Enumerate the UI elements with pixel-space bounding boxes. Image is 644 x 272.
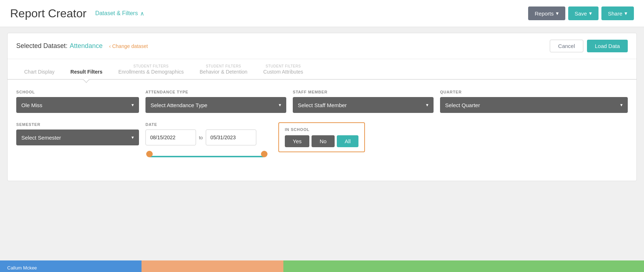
in-school-no-button[interactable]: No (312, 135, 334, 147)
save-button[interactable]: Save ▾ (568, 6, 599, 20)
date-from-input[interactable] (145, 130, 196, 145)
bottom-bar (0, 260, 644, 272)
in-school-buttons: Yes No All (285, 135, 358, 147)
in-school-filter-group: IN SCHOOL Yes No All (278, 122, 365, 152)
tab-behavior[interactable]: STUDENT FILTERS Behavior & Detention (192, 59, 255, 79)
date-range-inputs: to (145, 130, 268, 145)
date-filter-group: DATE to (145, 122, 268, 160)
semester-filter-group: SEMESTER Select Semester (16, 122, 139, 145)
header-actions: Reports ▾ Save ▾ Share ▾ (528, 6, 634, 20)
attendance-type-select[interactable]: Select Attendance Type (145, 97, 286, 113)
school-filter-group: SCHOOL Ole Miss (16, 90, 139, 113)
tab-custom-label: Custom Attributes (263, 69, 303, 75)
quarter-filter-group: QUARTER Select Quarter (440, 90, 628, 113)
tab-result-filters[interactable]: Result Filters (62, 64, 110, 79)
slider-thumb-left[interactable] (146, 151, 153, 157)
slider-track-container (146, 153, 267, 160)
date-to-separator: to (199, 135, 203, 140)
dataset-filters-link[interactable]: Dataset & Filters ∧ (95, 10, 144, 17)
tab-enrollments[interactable]: STUDENT FILTERS Enrollments & Demographi… (110, 59, 192, 79)
date-to-input[interactable] (206, 130, 256, 145)
load-data-button[interactable]: Load Data (587, 40, 628, 52)
school-label: SCHOOL (16, 90, 139, 94)
dataset-filters-label: Dataset & Filters (95, 10, 138, 17)
tab-enrollments-label: Enrollments & Demographics (118, 69, 184, 75)
attendance-type-label: ATTENDANCE TYPE (145, 90, 286, 94)
school-select[interactable]: Ole Miss (16, 97, 139, 113)
chevron-down-icon: ▾ (625, 10, 627, 17)
semester-label: SEMESTER (16, 122, 139, 127)
selected-dataset-prefix: Selected Dataset: (16, 42, 68, 50)
chevron-down-icon: ▾ (556, 10, 559, 17)
school-select-wrapper[interactable]: Ole Miss (16, 97, 139, 113)
quarter-label: QUARTER (440, 90, 628, 94)
staff-member-select[interactable]: Select Staff Member (293, 97, 434, 113)
tab-enrollments-sub: STUDENT FILTERS (118, 64, 184, 68)
user-label: Callum Mckee (7, 265, 37, 271)
filters-body: SCHOOL Ole Miss ATTENDANCE TYPE Select A… (8, 80, 636, 181)
chevron-up-icon: ∧ (140, 10, 144, 17)
staff-member-select-wrapper[interactable]: Select Staff Member (293, 97, 434, 113)
tab-chart-display[interactable]: Chart Display (16, 64, 62, 79)
in-school-all-button[interactable]: All (337, 135, 359, 147)
semester-select[interactable]: Select Semester (16, 130, 139, 145)
slider-thumb-right[interactable] (261, 151, 267, 157)
date-label: DATE (145, 122, 268, 127)
staff-member-label: STAFF MEMBER (293, 90, 434, 94)
tabs-bar: Chart Display Result Filters STUDENT FIL… (8, 59, 636, 80)
filter-row-2: SEMESTER Select Semester DATE to (16, 122, 628, 160)
tab-behavior-sub: STUDENT FILTERS (200, 64, 247, 68)
attendance-type-filter-group: ATTENDANCE TYPE Select Attendance Type (145, 90, 286, 113)
tab-chart-display-label: Chart Display (24, 69, 55, 75)
reports-button[interactable]: Reports ▾ (528, 6, 565, 20)
cancel-button[interactable]: Cancel (550, 40, 583, 52)
main-card: Selected Dataset: Attendance ‹ Change da… (7, 33, 637, 181)
in-school-box: IN SCHOOL Yes No All (278, 122, 365, 152)
quarter-select-wrapper[interactable]: Select Quarter (440, 97, 628, 113)
in-school-yes-button[interactable]: Yes (285, 135, 309, 147)
slider-track (149, 156, 264, 157)
in-school-label: IN SCHOOL (285, 127, 358, 132)
selected-dataset-value: Attendance (70, 42, 103, 50)
card-header-actions: Cancel Load Data (550, 40, 628, 52)
app-header: Report Creator Dataset & Filters ∧ Repor… (0, 0, 644, 27)
filter-row-1: SCHOOL Ole Miss ATTENDANCE TYPE Select A… (16, 90, 628, 113)
share-button[interactable]: Share ▾ (601, 6, 634, 20)
tab-result-filters-label: Result Filters (70, 69, 103, 75)
tab-custom-sub: STUDENT FILTERS (263, 64, 303, 68)
date-slider[interactable] (145, 153, 268, 160)
bottom-bar-orange (142, 260, 283, 272)
semester-select-wrapper[interactable]: Select Semester (16, 130, 139, 145)
page-title: Report Creator (10, 7, 87, 20)
staff-member-filter-group: STAFF MEMBER Select Staff Member (293, 90, 434, 113)
chevron-down-icon: ▾ (589, 10, 592, 17)
bottom-bar-green (283, 260, 644, 272)
tab-behavior-label: Behavior & Detention (200, 69, 247, 75)
card-header: Selected Dataset: Attendance ‹ Change da… (8, 33, 636, 59)
change-dataset-link[interactable]: ‹ Change dataset (109, 43, 148, 49)
attendance-type-select-wrapper[interactable]: Select Attendance Type (145, 97, 286, 113)
quarter-select[interactable]: Select Quarter (440, 97, 628, 113)
tab-custom[interactable]: STUDENT FILTERS Custom Attributes (255, 59, 311, 79)
